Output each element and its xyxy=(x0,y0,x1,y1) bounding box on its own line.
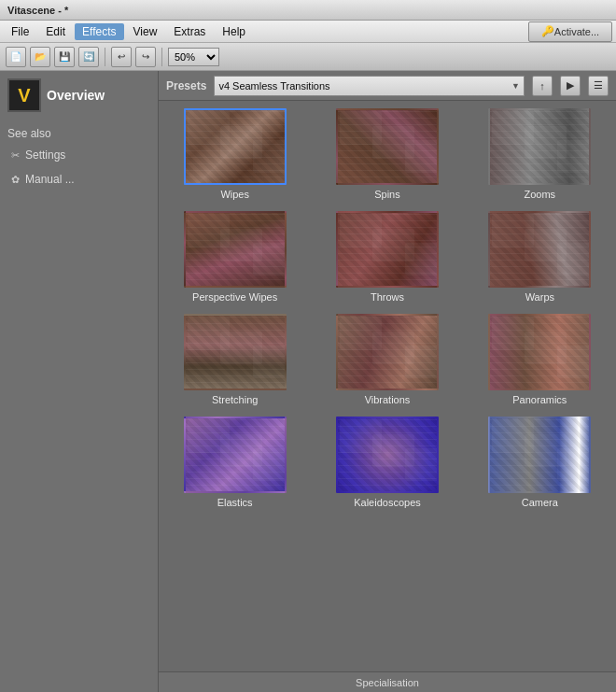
presets-list-button[interactable]: ☰ xyxy=(588,76,609,96)
toolbar-separator2 xyxy=(161,48,162,66)
grid-item-throws[interactable]: Throws xyxy=(318,211,455,303)
grid-item-kaleidoscopes[interactable]: Kaleidoscopes xyxy=(318,417,455,508)
svg-rect-32 xyxy=(405,448,439,481)
grid-label-panoramics: Panoramics xyxy=(512,394,567,405)
svg-rect-20 xyxy=(253,346,287,378)
undo-button[interactable]: ↩ xyxy=(111,47,132,67)
svg-rect-23 xyxy=(405,346,439,378)
svg-rect-11 xyxy=(253,243,287,275)
effects-grid: WipesSpinsZoomsPerspective WipesThrowsWa… xyxy=(166,108,609,508)
thumb-camera xyxy=(488,417,591,493)
thumb-vibrations xyxy=(336,314,439,390)
sidebar-manual-link[interactable]: ✿ Manual ... xyxy=(7,170,150,189)
presets-dropdown[interactable]: v4 Seamless Transitions ▼ xyxy=(214,76,525,96)
thumb-kaleidoscopes xyxy=(336,417,439,493)
thumb-zooms xyxy=(488,108,591,185)
svg-rect-17 xyxy=(557,243,591,275)
menu-view[interactable]: View xyxy=(126,23,165,40)
presets-label: Presets xyxy=(166,79,206,92)
thumb-perspective-wipes xyxy=(184,211,287,288)
thumb-spins xyxy=(336,108,439,185)
svg-rect-5 xyxy=(405,140,439,173)
see-also-label: See also xyxy=(7,127,150,140)
title-bar: Vitascene - * xyxy=(0,0,616,21)
undo-icon: ↩ xyxy=(118,51,125,62)
grid-item-panoramics[interactable]: Panoramics xyxy=(471,314,609,405)
v-logo-letter: V xyxy=(18,85,30,106)
new-button[interactable]: 📄 xyxy=(6,47,26,67)
grid-area: WipesSpinsZoomsPerspective WipesThrowsWa… xyxy=(159,101,616,671)
new-icon: 📄 xyxy=(10,51,21,62)
list-icon: ☰ xyxy=(594,79,603,92)
grid-item-camera[interactable]: Camera xyxy=(471,417,609,508)
bottom-bar: Specialisation xyxy=(159,671,616,692)
menu-file[interactable]: File xyxy=(4,23,36,40)
svg-rect-8 xyxy=(557,140,591,173)
redo-icon: ↪ xyxy=(142,51,149,62)
manual-label: Manual ... xyxy=(25,173,75,186)
menu-effects[interactable]: Effects xyxy=(75,23,123,40)
grid-item-perspective-wipes[interactable]: Perspective Wipes xyxy=(166,211,303,303)
menu-help[interactable]: Help xyxy=(215,23,253,40)
thumb-warps xyxy=(488,211,591,288)
manual-icon: ✿ xyxy=(11,174,20,186)
main-layout: V Overview See also ✂ Settings ✿ Manual … xyxy=(0,71,616,692)
svg-rect-14 xyxy=(405,243,439,275)
grid-item-elastics[interactable]: Elastics xyxy=(166,417,303,508)
thumb-stretching xyxy=(184,314,287,390)
thumb-wipes xyxy=(184,108,287,185)
svg-rect-2 xyxy=(253,140,287,173)
save-icon: 💾 xyxy=(59,51,70,62)
grid-label-perspective-wipes: Perspective Wipes xyxy=(192,291,277,303)
redo-button[interactable]: ↪ xyxy=(135,47,156,67)
menu-bar: File Edit Effects View Extras Help 🔑 Act… xyxy=(0,21,616,43)
toolbar-separator xyxy=(105,48,105,66)
svg-rect-29 xyxy=(253,448,287,481)
grid-label-spins: Spins xyxy=(374,189,400,200)
presets-bar: Presets v4 Seamless Transitions ▼ ↑ ▶ ☰ xyxy=(159,71,616,101)
sidebar-logo: V Overview xyxy=(7,78,150,112)
activate-button[interactable]: 🔑 Activate... xyxy=(528,21,612,42)
sidebar-settings-link[interactable]: ✂ Settings xyxy=(7,146,150,164)
grid-item-warps[interactable]: Warps xyxy=(471,211,609,303)
menu-edit[interactable]: Edit xyxy=(38,23,73,40)
zoom-select[interactable]: 50% 75% 100% xyxy=(168,48,219,66)
grid-item-vibrations[interactable]: Vibrations xyxy=(318,314,455,405)
overview-label: Overview xyxy=(47,88,105,103)
grid-item-stretching[interactable]: Stretching xyxy=(166,314,303,405)
grid-label-elastics: Elastics xyxy=(217,497,253,508)
settings-label: Settings xyxy=(25,148,65,162)
menu-extras[interactable]: Extras xyxy=(166,23,213,40)
grid-label-wipes: Wipes xyxy=(220,189,249,200)
title-bar-text: Vitascene - * xyxy=(7,5,68,16)
thumb-throws xyxy=(336,211,439,288)
presets-up-button[interactable]: ↑ xyxy=(532,76,553,96)
save-button[interactable]: 💾 xyxy=(54,47,75,67)
sidebar: V Overview See also ✂ Settings ✿ Manual … xyxy=(0,71,159,692)
thumb-panoramics xyxy=(488,314,591,390)
grid-item-spins[interactable]: Spins xyxy=(318,108,455,200)
presets-play-button[interactable]: ▶ xyxy=(560,76,581,96)
grid-item-wipes[interactable]: Wipes xyxy=(166,108,303,200)
bottom-label: Specialisation xyxy=(356,677,419,688)
refresh-button[interactable]: 🔄 xyxy=(78,47,99,67)
grid-label-zooms: Zooms xyxy=(525,189,556,200)
svg-rect-35 xyxy=(557,448,591,481)
grid-label-throws: Throws xyxy=(371,291,404,303)
grid-item-zooms[interactable]: Zooms xyxy=(471,108,609,200)
open-button[interactable]: 📂 xyxy=(30,47,50,67)
chevron-down-icon: ▼ xyxy=(511,81,520,91)
grid-label-warps: Warps xyxy=(525,291,554,303)
svg-rect-26 xyxy=(557,346,591,378)
grid-label-vibrations: Vibrations xyxy=(365,394,411,405)
v-logo: V xyxy=(7,78,41,112)
thumb-elastics xyxy=(184,417,287,493)
grid-label-camera: Camera xyxy=(522,497,558,508)
settings-icon: ✂ xyxy=(11,149,20,162)
toolbar: 📄 📂 💾 🔄 ↩ ↪ 50% 75% 100% xyxy=(0,43,616,71)
refresh-icon: 🔄 xyxy=(83,51,94,62)
grid-label-stretching: Stretching xyxy=(212,394,259,405)
presets-dropdown-value: v4 Seamless Transitions xyxy=(218,80,329,92)
play-icon: ▶ xyxy=(567,79,574,92)
open-icon: 📂 xyxy=(35,51,46,62)
